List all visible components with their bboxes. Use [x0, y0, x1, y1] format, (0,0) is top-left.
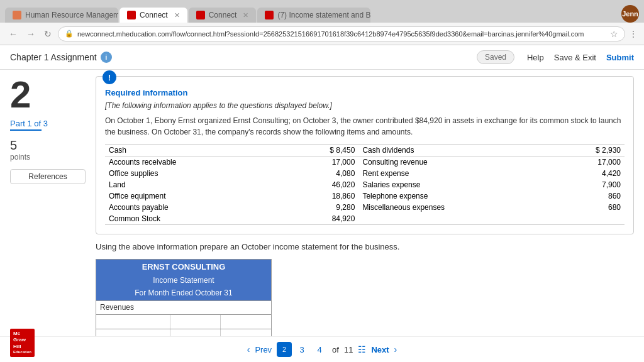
page-num-4[interactable]: 4	[312, 342, 327, 357]
question-text: Using the above information prepare an O…	[96, 242, 634, 251]
tab-favicon-connect1	[127, 11, 136, 19]
table-cell: 680	[552, 202, 625, 213]
url-text: newconnect.mheducation.com/flow/connect.…	[77, 30, 606, 38]
table-cell: $ 8,450	[286, 145, 358, 156]
table-cell: 7,900	[552, 179, 625, 190]
grid-icon[interactable]: ☷	[358, 344, 366, 354]
chapter-title-text: Chapter 1 Assignment	[10, 52, 97, 62]
tab-connect2[interactable]: Connect ✕	[189, 8, 257, 23]
income-input-field-1b[interactable]	[221, 315, 271, 329]
bottom-navigation: Mc Graw Hill Education ‹ Prev 2 3 4 of 1…	[0, 336, 644, 362]
revenues-label-row: Revenues	[96, 300, 271, 314]
table-cell: 46,020	[286, 179, 358, 190]
table-cell: Cash	[105, 145, 286, 156]
part-underline	[10, 129, 42, 131]
table-cell: Accounts receivable	[105, 156, 286, 168]
mcgraw-line2: Graw	[13, 337, 31, 343]
submit-button[interactable]: Submit	[606, 53, 634, 62]
mcgraw-logo: Mc Graw Hill Education	[10, 329, 35, 357]
tab-hrm[interactable]: Human Resource Managemen... ✕	[5, 8, 118, 23]
main-content: 2 Part 1 of 3 5 points References ! Requ…	[0, 70, 644, 362]
user-avatar: Jenn	[621, 5, 639, 23]
table-cell: 4,080	[286, 168, 358, 179]
income-stmt-company: ERNST CONSULTING	[96, 260, 271, 274]
content-area: ! Required information [The following in…	[96, 76, 634, 358]
table-cell: 9,280	[286, 202, 358, 213]
mcgraw-line3: Hill	[13, 344, 31, 350]
table-cell: $ 2,930	[552, 145, 625, 156]
of-text: of	[332, 345, 339, 354]
table-cell: 18,860	[286, 190, 358, 202]
page-num-2[interactable]: 2	[277, 342, 292, 357]
top-bar: Chapter 1 Assignment i Saved Help Save &…	[0, 45, 644, 70]
required-info-icon: !	[103, 70, 116, 84]
tab-label-connect1: Connect	[140, 11, 168, 19]
table-cell: 17,000	[552, 156, 625, 168]
table-cell: Cash dividends	[358, 145, 552, 156]
table-cell: Consulting revenue	[358, 156, 552, 168]
required-info-box: ! Required information [The following in…	[96, 76, 634, 234]
top-actions: Help Save & Exit Submit	[527, 53, 634, 62]
points-text: points	[10, 153, 86, 162]
tab-connect1[interactable]: Connect ✕	[119, 8, 187, 23]
chapter-info-icon[interactable]: i	[101, 52, 112, 63]
refresh-button[interactable]: ↻	[42, 28, 54, 40]
save-exit-button[interactable]: Save & Exit	[554, 53, 596, 62]
table-cell	[358, 213, 552, 225]
prev-button[interactable]: Prev	[255, 345, 272, 354]
tab-close-connect1[interactable]: ✕	[174, 11, 180, 19]
table-cell: Rent expense	[358, 168, 552, 179]
help-link[interactable]: Help	[527, 53, 544, 62]
saved-badge: Saved	[477, 50, 514, 64]
bookmark-icon[interactable]: ☆	[610, 29, 618, 39]
forward-button[interactable]: →	[24, 28, 38, 40]
income-row-label-1	[96, 315, 170, 329]
table-cell: Accounts payable	[105, 202, 286, 213]
page-numbers: 2 3 4	[277, 342, 327, 357]
menu-icon[interactable]: ⋮	[629, 29, 638, 39]
sidebar: 2 Part 1 of 3 5 points References	[10, 76, 86, 358]
income-input-1[interactable]	[170, 315, 221, 329]
income-input-1b[interactable]	[221, 315, 271, 329]
data-table: Cash $ 8,450 Cash dividends $ 2,930 Acco…	[105, 144, 625, 225]
back-button[interactable]: ←	[6, 28, 20, 40]
table-cell: Office supplies	[105, 168, 286, 179]
table-cell: Land	[105, 179, 286, 190]
income-input-field-1[interactable]	[170, 315, 220, 329]
tab-youtube[interactable]: (7) Income statement and Bala... ✕	[257, 8, 370, 23]
table-cell: 4,420	[552, 168, 625, 179]
required-info-subtitle: [The following information applies to th…	[105, 101, 625, 110]
table-cell: 84,920	[286, 213, 358, 225]
total-pages: 11	[344, 345, 353, 354]
tab-favicon-hrm	[13, 11, 21, 19]
tab-favicon-youtube	[265, 11, 274, 19]
income-stmt-title: Income Statement	[96, 274, 271, 287]
tab-close-connect2[interactable]: ✕	[243, 11, 248, 19]
table-cell: Office equipment	[105, 190, 286, 202]
part-label: Part 1 of 3	[10, 119, 86, 128]
next-button[interactable]: Next	[371, 345, 389, 354]
page-num-3[interactable]: 3	[294, 342, 309, 357]
tab-label-connect2: Connect	[209, 11, 237, 19]
chapter-title: Chapter 1 Assignment i	[10, 52, 112, 63]
table-cell	[552, 213, 625, 225]
mcgraw-line4: Education	[13, 350, 31, 355]
required-info-text: On October 1, Ebony Ernst organized Erns…	[105, 115, 625, 138]
tab-favicon-connect2	[196, 11, 205, 19]
table-cell: Salaries expense	[358, 179, 552, 190]
mcgraw-line1: Mc	[13, 331, 31, 337]
url-bar[interactable]: 🔒 newconnect.mheducation.com/flow/connec…	[58, 26, 625, 41]
table-cell: Miscellaneous expenses	[358, 202, 552, 213]
next-arrow[interactable]: ›	[394, 344, 397, 354]
table-cell: 860	[552, 190, 625, 202]
points-value: 5	[10, 138, 86, 153]
question-number: 2	[10, 76, 86, 114]
table-cell: Telephone expense	[358, 190, 552, 202]
income-stmt-period: For Month Ended October 31	[96, 287, 271, 300]
tab-label-youtube: (7) Income statement and Bala...	[277, 11, 370, 19]
prev-arrow[interactable]: ‹	[247, 344, 250, 354]
required-info-title: Required information	[105, 88, 625, 97]
references-button[interactable]: References	[10, 169, 86, 184]
tab-label-hrm: Human Resource Managemen...	[25, 11, 118, 19]
table-cell: Common Stock	[105, 213, 286, 225]
